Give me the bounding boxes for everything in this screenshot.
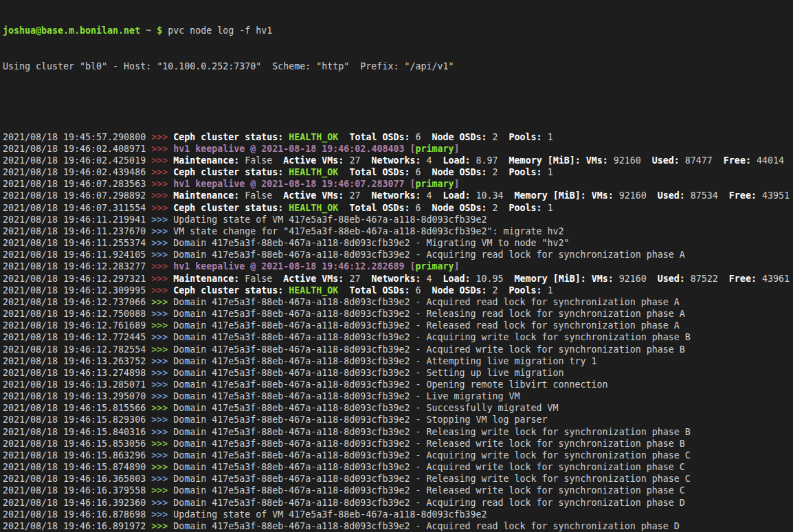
log-text: 27 xyxy=(349,155,371,166)
log-timestamp: 2021/08/18 19:46:15.874890 xyxy=(3,462,151,472)
log-text: Pools: xyxy=(509,203,548,213)
log-text: VMs: xyxy=(592,274,619,284)
log-text: Ceph cluster status: xyxy=(173,285,289,296)
log-timestamp: 2021/08/18 19:46:12.309995 xyxy=(3,285,151,296)
log-line-event: 2021/08/18 19:46:12.750088 >>> Domain 41… xyxy=(3,308,793,320)
log-line-event: 2021/08/18 19:46:12.772445 >>> Domain 41… xyxy=(3,331,793,343)
log-message: Domain 417e5a3f-88eb-467a-a118-8d093cfb3… xyxy=(173,439,685,449)
log-marker: >>> xyxy=(151,485,173,496)
log-text: 43961 xyxy=(762,274,790,284)
node-role-tag: primary xyxy=(415,261,454,271)
log-text: Active VMs: xyxy=(283,190,349,201)
log-timestamp: 2021/08/18 19:46:13.295070 xyxy=(3,391,151,401)
log-message: Domain 417e5a3f-88eb-467a-a118-8d093cfb3… xyxy=(173,320,680,331)
log-message: Updating state of VM 417e5a3f-88eb-467a-… xyxy=(173,509,487,520)
log-marker: >>> xyxy=(151,450,173,461)
log-text: 4 xyxy=(426,190,443,201)
log-timestamp: 2021/08/18 19:46:07.298892 xyxy=(3,190,151,201)
log-message: Domain 417e5a3f-88eb-467a-a118-8d093cfb3… xyxy=(173,297,680,307)
log-message: Domain 417e5a3f-88eb-467a-a118-8d093cfb3… xyxy=(173,403,558,413)
log-text: 87477 xyxy=(685,155,724,166)
log-text xyxy=(338,285,349,296)
log-text: 92160 xyxy=(619,274,658,284)
log-text xyxy=(338,167,349,177)
log-marker: >>> xyxy=(151,179,173,189)
log-timestamp: 2021/08/18 19:46:13.263752 xyxy=(3,356,151,366)
log-marker: >>> xyxy=(151,309,173,319)
log-marker: >>> xyxy=(151,285,173,296)
log-marker: >>> xyxy=(151,261,173,271)
log-message: Domain 417e5a3f-88eb-467a-a118-8d093cfb3… xyxy=(173,332,691,342)
log-marker: >>> xyxy=(151,332,173,342)
spacer xyxy=(140,25,146,36)
log-line-event: 2021/08/18 19:46:13.295070 >>> Domain 41… xyxy=(3,390,793,402)
log-text: 6 xyxy=(415,203,432,213)
health-status: HEALTH_OK xyxy=(289,285,338,296)
log-text: Pools: xyxy=(509,285,548,296)
log-timestamp: 2021/08/18 19:46:13.285071 xyxy=(3,379,151,390)
log-message: Domain 417e5a3f-88eb-467a-a118-8d093cfb3… xyxy=(173,379,607,390)
log-line-event: 2021/08/18 19:46:15.815566 >>> Domain 41… xyxy=(3,402,793,414)
log-marker: >>> xyxy=(151,167,173,177)
keepalive-text: hv1 keepalive @ 2021-08-18 19:46:12.2826… xyxy=(173,261,410,271)
log-text: False xyxy=(245,190,283,201)
log-timestamp: 2021/08/18 19:46:15.829306 xyxy=(3,414,151,425)
log-message: Domain 417e5a3f-88eb-467a-a118-8d093cfb3… xyxy=(173,238,569,248)
log-text: 2 xyxy=(493,132,509,142)
log-message: Domain 417e5a3f-88eb-467a-a118-8d093cfb3… xyxy=(173,250,685,260)
log-timestamp: 2021/08/18 19:46:02.439486 xyxy=(3,167,151,177)
log-line-event: 2021/08/18 19:46:12.782554 >>> Domain 41… xyxy=(3,344,793,355)
log-text: Ceph cluster status: xyxy=(173,203,289,213)
log-line-keepalive: 2021/08/18 19:46:12.283277 >>> hv1 keepa… xyxy=(3,261,793,272)
terminal[interactable]: joshua@base.m.bonilan.net ~ $ pvc node l… xyxy=(0,0,793,532)
health-status: HEALTH_OK xyxy=(289,132,338,142)
log-line-ceph: 2021/08/18 19:46:07.311554 >>> Ceph clus… xyxy=(3,202,793,214)
log-text: Node OSDs: xyxy=(432,203,493,213)
prompt-cwd: ~ xyxy=(146,25,151,36)
session-info-text: Using cluster "bl0" - Host: "10.100.0.25… xyxy=(3,61,454,71)
log-timestamp: 2021/08/18 19:46:11.219941 xyxy=(3,214,151,225)
log-lines: 2021/08/18 19:45:57.290800 >>> Ceph clus… xyxy=(3,131,793,532)
log-text: Maintenance: xyxy=(173,155,245,166)
log-marker: >>> xyxy=(151,226,173,236)
log-text: 2 xyxy=(493,285,509,296)
log-marker: >>> xyxy=(151,132,173,142)
log-text: 2 xyxy=(493,203,509,213)
log-message: Domain 417e5a3f-88eb-467a-a118-8d093cfb3… xyxy=(173,356,596,366)
command-text: pvc node log -f hv1 xyxy=(168,25,272,36)
log-timestamp: 2021/08/18 19:45:57.290800 xyxy=(3,132,151,142)
log-marker: >>> xyxy=(151,368,173,378)
log-text: Ceph cluster status: xyxy=(173,132,289,142)
health-status: HEALTH_OK xyxy=(289,203,338,213)
log-text: Active VMs: xyxy=(283,155,349,166)
log-line-event: 2021/08/18 19:46:15.829306 >>> Domain 41… xyxy=(3,414,793,425)
log-line-event: 2021/08/18 19:46:11.924105 >>> Domain 41… xyxy=(3,249,793,261)
log-text xyxy=(338,203,349,213)
log-text: 87522 xyxy=(691,274,729,284)
log-timestamp: 2021/08/18 19:46:11.237670 xyxy=(3,226,151,236)
log-line-event: 2021/08/18 19:46:13.263752 >>> Domain 41… xyxy=(3,355,793,367)
log-line-ceph: 2021/08/18 19:46:12.309995 >>> Ceph clus… xyxy=(3,285,793,296)
log-text: Ceph cluster status: xyxy=(173,167,289,177)
log-line-keepalive: 2021/08/18 19:46:07.283563 >>> hv1 keepa… xyxy=(3,178,793,190)
log-marker: >>> xyxy=(151,474,173,484)
node-role-tag: primary xyxy=(415,144,454,154)
log-marker: >>> xyxy=(151,379,173,390)
log-line-status: 2021/08/18 19:46:02.425019 >>> Maintenan… xyxy=(3,155,793,166)
log-line-event: 2021/08/18 19:46:12.761689 >>> Domain 41… xyxy=(3,320,793,331)
log-line-status: 2021/08/18 19:46:12.297321 >>> Maintenan… xyxy=(3,273,793,285)
log-text: Memory [MiB]: xyxy=(515,274,592,284)
log-message: Domain 417e5a3f-88eb-467a-a118-8d093cfb3… xyxy=(173,474,691,484)
log-timestamp: 2021/08/18 19:46:12.761689 xyxy=(3,320,151,331)
log-text: 10.34 xyxy=(476,190,515,201)
prompt-user-host: joshua@base.m.bonilan.net xyxy=(3,25,140,36)
log-text: 92160 xyxy=(619,190,658,201)
log-text: Networks: xyxy=(371,274,426,284)
log-marker: >>> xyxy=(151,391,173,401)
keepalive-text: hv1 keepalive @ 2021-08-18 19:46:02.4084… xyxy=(173,144,410,154)
log-text: Load: xyxy=(443,155,476,166)
log-marker: >>> xyxy=(151,509,173,520)
log-line-event: 2021/08/18 19:46:12.737066 >>> Domain 41… xyxy=(3,296,793,308)
log-line-event: 2021/08/18 19:46:16.392360 >>> Domain 41… xyxy=(3,497,793,509)
log-text: 4 xyxy=(426,274,443,284)
